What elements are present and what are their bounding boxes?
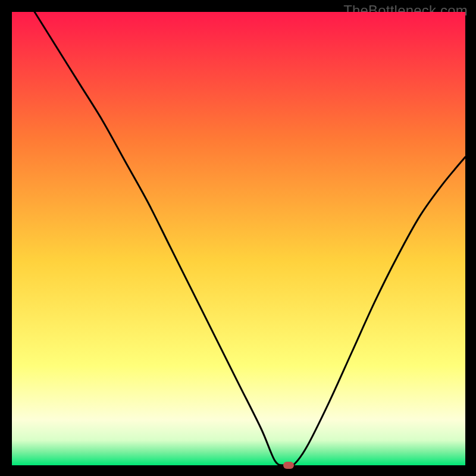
curve-layer: [12, 12, 465, 465]
optimum-marker: [283, 462, 294, 469]
plot-area: [12, 12, 465, 465]
chart-frame: TheBottleneck.com: [0, 0, 476, 476]
bottleneck-curve: [35, 12, 465, 465]
